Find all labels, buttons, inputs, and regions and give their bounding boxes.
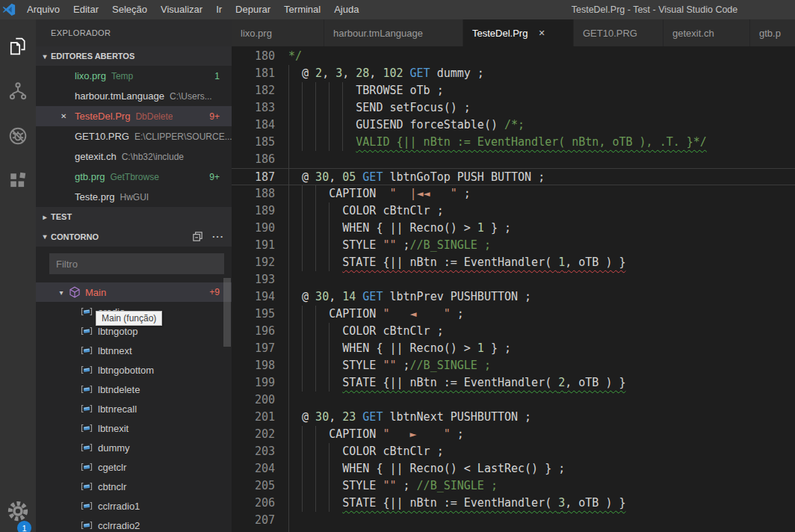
outline-item-cclrradio2[interactable]: cclrradio2 [36, 516, 232, 532]
settings-gear-icon[interactable]: 1 [0, 492, 36, 531]
tab-gtb.p[interactable]: gtb.p [750, 19, 795, 46]
code-line-190[interactable]: 190WHEN { || Recno() > 1 } ; [232, 220, 795, 237]
outline-filter-input[interactable] [49, 253, 224, 274]
explorer-icon[interactable] [0, 28, 36, 64]
code-line-202[interactable]: 202CAPTION " ► " ; [232, 426, 795, 443]
code-line-193[interactable]: 193 [232, 271, 795, 288]
line-number: 198 [232, 357, 275, 374]
open-editors-header[interactable]: ▾ EDITORES ABERTOS [36, 46, 232, 66]
outline-root-label: Main [85, 287, 106, 298]
source-control-icon[interactable] [0, 73, 36, 109]
problems-badge: 9+ [209, 111, 220, 122]
code-line-191[interactable]: 191STYLE "" ;//B_SINGLE ; [232, 237, 795, 254]
code-line-203[interactable]: 203COLOR cBtnClr ; [232, 443, 795, 460]
tab-getexit.ch[interactable]: getexit.ch [663, 19, 750, 46]
sidebar-scrollbar[interactable] [223, 278, 231, 347]
tab-label: TesteDel.Prg [472, 28, 528, 39]
outline-item-lbtnexit[interactable]: lbtnexit [36, 418, 232, 438]
collapse-all-icon[interactable] [192, 231, 203, 242]
menu-terminal[interactable]: Terminal [277, 0, 327, 19]
code-line-194[interactable]: 194@ 30, 14 GET lbtnPrev PUSHBUTTON ; [232, 288, 795, 306]
extensions-icon[interactable] [0, 163, 36, 199]
code-line-207[interactable]: 207 [232, 512, 795, 529]
open-editor-getexit.ch[interactable]: getexit.chC:\hb32\include [36, 146, 232, 167]
code-line-195[interactable]: 195CAPTION " ◄ " ; [232, 306, 795, 323]
code-line-184[interactable]: 184GUISEND forceStable() /*; [232, 117, 795, 134]
menu-seleção[interactable]: Seleção [105, 0, 154, 19]
close-icon[interactable]: ✕ [538, 28, 545, 38]
chevron-down-icon[interactable]: ▾ [39, 232, 51, 241]
file-name: gtb.prg [75, 171, 105, 182]
line-number: 183 [232, 99, 275, 117]
open-editor-Teste.prg[interactable]: Teste.prgHwGUI [36, 187, 232, 207]
code-line-185[interactable]: 185VALID {|| nBtn := EventHandler( nBtn,… [232, 134, 795, 151]
code-line-199[interactable]: 199STATE {|| nBtn := EventHandler( 2, oT… [232, 374, 795, 392]
code-line-200[interactable]: 200 [232, 392, 795, 409]
code-line-text: @ 30, 14 GET lbtnPrev PUSHBUTTON ; [288, 288, 531, 306]
outline-item-cbtnclr[interactable]: cbtnclr [36, 477, 232, 496]
test-section-header[interactable]: ▸ TEST [36, 207, 232, 226]
code-line-197[interactable]: 197WHEN { || Recno() > 1 } ; [232, 340, 795, 357]
code-line-180[interactable]: 180*/ [232, 48, 795, 65]
code-line-192[interactable]: 192STATE {|| nBtn := EventHandler( 1, oT… [232, 254, 795, 271]
code-line-text [288, 271, 302, 288]
tab-TesteDel.Prg[interactable]: TesteDel.Prg✕ [463, 19, 574, 46]
outline-item-lbtndelete[interactable]: lbtndelete [36, 380, 232, 399]
code-line-188[interactable]: 188CAPTION " |◄◄ " ; [232, 185, 795, 202]
chevron-down-icon[interactable]: ▾ [55, 288, 67, 297]
open-editor-TesteDel.Prg[interactable]: ✕TesteDel.PrgDbDelete9+ [36, 106, 232, 126]
title-bar: ArquivoEditarSeleçãoVisualizarIrDepurarT… [0, 0, 795, 19]
debug-disabled-icon[interactable] [0, 118, 36, 154]
code-line-198[interactable]: 198STYLE "" ;//B_SINGLE ; [232, 357, 795, 374]
code-line-text: COLOR cBtnClr ; [288, 443, 444, 460]
code-line-201[interactable]: 201@ 30, 23 GET lbtnNext PUSHBUTTON ; [232, 409, 795, 426]
code-line-189[interactable]: 189COLOR cBtnClr ; [232, 202, 795, 220]
symbol-field-icon [81, 442, 93, 454]
code-line-208[interactable]: 208@ 30, 30 GET lbtnGoBottom PUSHBUTTON [232, 529, 795, 532]
explorer-sidebar: EXPLORADOR ▾ EDITORES ABERTOS lixo.prgTe… [36, 19, 232, 532]
problems-badge: 1 [214, 71, 220, 81]
outline-item-dummy[interactable]: dummy [36, 438, 232, 457]
line-number: 197 [232, 340, 275, 357]
outline-item-lbtnnext[interactable]: lbtnnext [36, 341, 232, 360]
chevron-down-icon[interactable]: ▾ [39, 52, 51, 61]
tab-label: lixo.prg [241, 28, 272, 39]
outline-item-lbtngobottom[interactable]: lbtngobottom [36, 360, 232, 380]
menu-ir[interactable]: Ir [209, 0, 229, 19]
outline-item-cclrradio1[interactable]: cclrradio1 [36, 496, 232, 516]
outline-root-main[interactable]: ▾ Main +9 [36, 282, 232, 302]
code-line-204[interactable]: 204WHEN { || Recno() < LastRec() } ; [232, 460, 795, 477]
line-number: 189 [232, 202, 275, 220]
menu-editar[interactable]: Editar [66, 0, 105, 19]
outline-item-cgetclr[interactable]: cgetclr [36, 457, 232, 477]
menu-ajuda[interactable]: Ajuda [327, 0, 365, 19]
code-line-205[interactable]: 205STYLE "" ; //B_SINGLE ; [232, 477, 795, 495]
indent-guides [288, 374, 342, 392]
code-line-186[interactable]: 186 [232, 151, 795, 168]
open-editor-gtb.prg[interactable]: gtb.prgGetTbrowse9+ [36, 167, 232, 187]
symbol-field-icon [81, 500, 93, 512]
tab-harbour.tmLanguage[interactable]: harbour.tmLanguage [324, 19, 463, 46]
file-description: E:\CLIPPER\SOURCE... [134, 132, 232, 142]
code-line-206[interactable]: 206STATE {|| nBtn := EventHandler( 3, oT… [232, 495, 795, 512]
code-line-181[interactable]: 181@ 2, 3, 28, 102 GET dummy ; [232, 65, 795, 82]
code-line-196[interactable]: 196COLOR cBtnClr ; [232, 323, 795, 340]
dirty-close-icon[interactable]: ✕ [61, 112, 66, 120]
menu-visualizar[interactable]: Visualizar [154, 0, 209, 19]
code-line-183[interactable]: 183SEND setFocus() ; [232, 99, 795, 117]
outline-item-lbtnrecall[interactable]: lbtnrecall [36, 399, 232, 418]
symbol-field-icon [81, 344, 93, 356]
code-area[interactable]: 180*/181@ 2, 3, 28, 102 GET dummy ;182TB… [232, 46, 795, 532]
menu-depurar[interactable]: Depurar [229, 0, 277, 19]
tab-GET10.PRG[interactable]: GET10.PRG [574, 19, 663, 46]
open-editor-lixo.prg[interactable]: lixo.prgTemp1 [36, 66, 232, 86]
tab-lixo.prg[interactable]: lixo.prg [232, 19, 324, 46]
contorno-section-header[interactable]: ▾ CONTORNO ··· [36, 226, 232, 247]
chevron-right-icon[interactable]: ▸ [39, 213, 51, 221]
code-line-187[interactable]: 187@ 30, 05 GET lbtnGoTop PUSH BUTTON ; [232, 168, 795, 185]
more-actions-icon[interactable]: ··· [212, 231, 224, 242]
open-editor-harbour.tmLanguage[interactable]: harbour.tmLanguageC:\Users... [36, 86, 232, 106]
menu-arquivo[interactable]: Arquivo [20, 0, 66, 19]
open-editor-GET10.PRG[interactable]: GET10.PRGE:\CLIPPER\SOURCE... [36, 126, 232, 146]
code-line-182[interactable]: 182TBROWSE oTb ; [232, 82, 795, 99]
